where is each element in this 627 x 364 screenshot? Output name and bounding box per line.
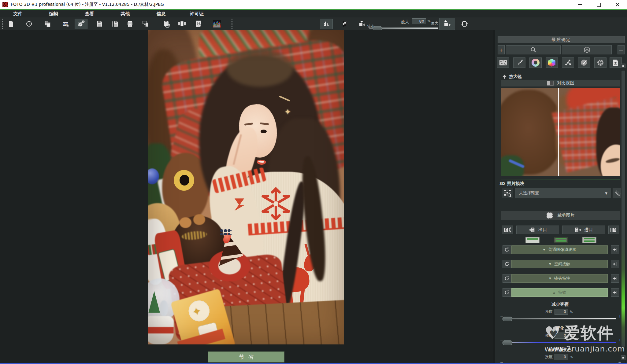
menu-license[interactable]: 许可证	[179, 11, 215, 17]
batch-save-button[interactable]	[161, 19, 172, 29]
plus-icon: +	[499, 47, 503, 53]
preset-dropdown[interactable]: 未选择预置 ▼	[515, 188, 610, 198]
color-wheel-button[interactable]	[529, 57, 542, 68]
copy-pages-button[interactable]	[42, 19, 53, 29]
apply-filter-4-button[interactable]	[611, 288, 619, 297]
toolbar-grip[interactable]	[2, 19, 3, 29]
gears-icon	[77, 20, 85, 28]
search-icon	[530, 46, 537, 53]
apply-filter-2-button[interactable]	[611, 260, 619, 268]
history-icon	[25, 20, 33, 28]
menu-view[interactable]: 查看	[72, 11, 107, 17]
dehaze-value[interactable]: 0	[555, 309, 568, 315]
maximize-button[interactable]	[589, 0, 608, 9]
export-button[interactable]: 出口	[516, 226, 559, 234]
export-all-button[interactable]	[502, 226, 513, 234]
doc-settings-button[interactable]: A	[610, 57, 622, 68]
fit-window-button[interactable]	[439, 18, 455, 30]
noise-tool-button[interactable]	[497, 57, 509, 68]
remove-module-button[interactable]: −	[618, 45, 625, 54]
apply-filter-1-button[interactable]	[611, 245, 619, 254]
add-module-button[interactable]: +	[498, 45, 505, 54]
rotate-canvas-button[interactable]	[459, 19, 470, 29]
view-mode-compact-button[interactable]	[525, 237, 540, 243]
import-button[interactable]: 进口	[562, 226, 605, 234]
flip-horizontal-button[interactable]	[320, 19, 333, 29]
dehaze-slider-track[interactable]	[503, 318, 616, 319]
filter-group-lens[interactable]: ▼镜头特性	[511, 274, 608, 283]
compare-view-label: 对比视图	[557, 80, 574, 86]
preview-divider-line[interactable]	[558, 88, 559, 176]
aperture-icon	[596, 59, 604, 67]
save-button-toolbar[interactable]	[94, 19, 105, 29]
search-box[interactable]	[506, 45, 561, 54]
brush-icon	[516, 59, 523, 66]
import-all-button[interactable]	[608, 226, 619, 234]
aperture-tool-button[interactable]	[594, 57, 607, 68]
view-compact-icon	[527, 238, 538, 240]
export-to-pc-button[interactable]	[140, 19, 154, 29]
nodes-tool-button[interactable]	[562, 57, 574, 68]
maximize-icon	[597, 3, 601, 7]
reset-filter-1-button[interactable]	[503, 245, 511, 254]
print-button[interactable]	[125, 19, 135, 29]
apply-back-icon	[612, 290, 618, 295]
fit-small-button[interactable]	[357, 19, 367, 29]
magnifier-section-header[interactable]: 放大镜	[503, 74, 522, 79]
menu-file[interactable]: 文件	[0, 11, 36, 17]
scroll-up-button[interactable]	[621, 64, 625, 68]
toolbar: RAW 较小 放大 % 更大	[0, 17, 627, 30]
blue-slider-track[interactable]	[503, 342, 616, 343]
preset-dropdown-value: 未选择预置	[515, 190, 602, 196]
new-file-button[interactable]	[6, 19, 16, 29]
apply-back-icon	[612, 261, 618, 267]
reset-filter-3-button[interactable]	[503, 274, 511, 283]
close-button[interactable]	[608, 0, 627, 9]
new-file-icon	[7, 20, 14, 28]
eye-refresh-icon	[614, 190, 621, 197]
view-mode-medium-button[interactable]	[554, 237, 568, 243]
history-button[interactable]	[24, 19, 34, 29]
dither-preview-button[interactable]	[340, 19, 351, 29]
crop-icon	[547, 212, 553, 219]
blue-slider-knob[interactable]	[503, 340, 512, 345]
menu-info[interactable]: 信息	[143, 11, 179, 17]
zoom-value-input[interactable]	[412, 18, 426, 24]
dehaze-slider-knob[interactable]	[503, 317, 512, 321]
retouch-tool-button[interactable]	[578, 57, 590, 68]
histogram-icon	[213, 20, 221, 28]
finalize-button[interactable]: 最后确定	[498, 36, 625, 43]
apply-filter-3-button[interactable]	[611, 274, 619, 283]
save-all-button[interactable]	[109, 19, 120, 29]
menu-other[interactable]: 其他	[107, 11, 143, 17]
photo-canvas[interactable]: ✦	[148, 30, 344, 344]
3d-view-button[interactable]	[562, 45, 612, 54]
menu-edit[interactable]: 编辑	[36, 11, 72, 17]
save-image-button[interactable]: 节省	[208, 351, 284, 362]
raw-button[interactable]: RAW	[61, 19, 71, 29]
preset-browser-button[interactable]	[502, 188, 513, 198]
crop-image-button[interactable]: 裁剪图片	[501, 211, 620, 220]
reset-filter-4-button[interactable]	[503, 288, 511, 297]
loupe-panel-button[interactable]	[193, 19, 204, 29]
copy-pages-icon	[44, 20, 51, 28]
view-mode-full-button[interactable]	[582, 237, 596, 243]
histogram-button[interactable]	[212, 19, 222, 29]
scroll-down-button[interactable]	[621, 355, 625, 360]
filter-group-effects[interactable]: ▲特效	[511, 288, 608, 297]
compare-preview[interactable]	[501, 88, 620, 176]
brush-tool-button[interactable]	[513, 57, 525, 68]
blue-value[interactable]: 0	[555, 333, 568, 339]
minimize-button[interactable]	[570, 0, 589, 9]
filter-group-normal[interactable]: ▼普通图像滤波器	[511, 245, 608, 254]
filter-group-spatial[interactable]: ▼空间接触	[511, 260, 608, 268]
color-cube-button[interactable]	[546, 57, 558, 68]
scrollbar-thumb[interactable]	[621, 71, 625, 347]
reset-filter-2-button[interactable]	[503, 260, 511, 268]
zoom-label: 放大	[401, 19, 409, 25]
compare-toggle-icon[interactable]	[547, 81, 554, 86]
panels-button[interactable]	[177, 19, 187, 29]
gradient-value[interactable]: 0	[555, 354, 568, 360]
settings-gears-button[interactable]	[75, 19, 87, 29]
toolbar-separator	[232, 19, 232, 29]
